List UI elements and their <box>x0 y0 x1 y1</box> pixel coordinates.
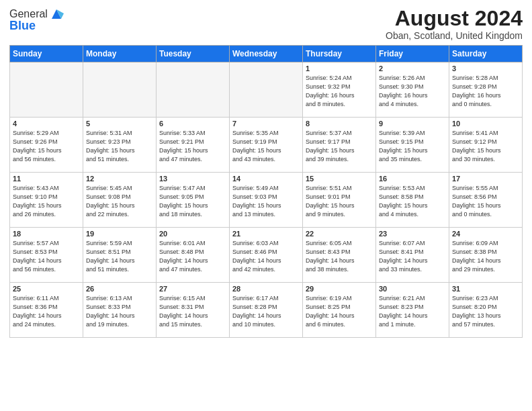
day-number: 11 <box>13 175 80 183</box>
day-number: 30 <box>379 285 446 293</box>
day-number: 22 <box>306 230 373 238</box>
calendar-table: SundayMondayTuesdayWednesdayThursdayFrid… <box>9 45 523 338</box>
day-info: Sunrise: 5:35 AM Sunset: 9:19 PM Dayligh… <box>232 129 300 164</box>
logo-icon <box>49 7 64 21</box>
calendar-cell: 31Sunrise: 6:23 AM Sunset: 8:20 PM Dayli… <box>449 283 523 338</box>
day-info: Sunrise: 5:49 AM Sunset: 9:03 PM Dayligh… <box>232 184 300 219</box>
calendar-week-row: 4Sunrise: 5:29 AM Sunset: 9:26 PM Daylig… <box>10 118 523 173</box>
day-info: Sunrise: 6:01 AM Sunset: 8:48 PM Dayligh… <box>159 239 226 274</box>
page: General Blue August 2024 Oban, Scotland,… <box>0 0 532 411</box>
calendar-cell: 30Sunrise: 6:21 AM Sunset: 8:23 PM Dayli… <box>376 283 449 338</box>
day-number: 7 <box>232 120 300 128</box>
calendar-cell <box>83 62 157 118</box>
calendar-cell <box>157 62 230 118</box>
calendar-cell: 26Sunrise: 6:13 AM Sunset: 8:33 PM Dayli… <box>83 283 157 338</box>
day-number: 24 <box>452 230 519 238</box>
day-info: Sunrise: 5:59 AM Sunset: 8:51 PM Dayligh… <box>86 239 153 274</box>
day-info: Sunrise: 5:47 AM Sunset: 9:05 PM Dayligh… <box>159 184 226 219</box>
calendar-cell: 14Sunrise: 5:49 AM Sunset: 9:03 PM Dayli… <box>230 173 303 228</box>
day-number: 6 <box>159 120 226 128</box>
calendar-cell: 11Sunrise: 5:43 AM Sunset: 9:10 PM Dayli… <box>10 173 83 228</box>
calendar-cell: 6Sunrise: 5:33 AM Sunset: 9:21 PM Daylig… <box>157 118 230 173</box>
calendar-cell: 27Sunrise: 6:15 AM Sunset: 8:31 PM Dayli… <box>157 283 230 338</box>
day-number: 31 <box>452 285 519 293</box>
calendar-cell: 7Sunrise: 5:35 AM Sunset: 9:19 PM Daylig… <box>230 118 303 173</box>
day-info: Sunrise: 6:19 AM Sunset: 8:25 PM Dayligh… <box>306 294 373 329</box>
calendar-cell: 15Sunrise: 5:51 AM Sunset: 9:01 PM Dayli… <box>303 173 376 228</box>
day-number: 28 <box>232 285 300 293</box>
day-number: 21 <box>232 230 300 238</box>
day-info: Sunrise: 5:37 AM Sunset: 9:17 PM Dayligh… <box>306 129 373 164</box>
day-number: 14 <box>232 175 300 183</box>
day-info: Sunrise: 5:33 AM Sunset: 9:21 PM Dayligh… <box>159 129 226 164</box>
calendar-header-sunday: Sunday <box>10 46 83 62</box>
calendar-cell: 17Sunrise: 5:55 AM Sunset: 8:56 PM Dayli… <box>449 173 523 228</box>
day-info: Sunrise: 6:13 AM Sunset: 8:33 PM Dayligh… <box>86 294 153 329</box>
day-number: 23 <box>379 230 446 238</box>
calendar-cell: 9Sunrise: 5:39 AM Sunset: 9:15 PM Daylig… <box>376 118 449 173</box>
day-info: Sunrise: 6:03 AM Sunset: 8:46 PM Dayligh… <box>232 239 300 274</box>
calendar-header-tuesday: Tuesday <box>157 46 230 62</box>
day-info: Sunrise: 6:05 AM Sunset: 8:43 PM Dayligh… <box>306 239 373 274</box>
logo-blue-text: Blue <box>9 19 36 33</box>
day-info: Sunrise: 5:57 AM Sunset: 8:53 PM Dayligh… <box>13 239 80 274</box>
day-info: Sunrise: 5:24 AM Sunset: 9:32 PM Dayligh… <box>306 74 373 109</box>
month-year-title: August 2024 <box>386 7 523 30</box>
day-number: 18 <box>13 230 80 238</box>
day-number: 9 <box>379 120 446 128</box>
day-number: 26 <box>86 285 153 293</box>
day-number: 4 <box>13 120 80 128</box>
day-info: Sunrise: 6:21 AM Sunset: 8:23 PM Dayligh… <box>379 294 446 329</box>
day-number: 20 <box>159 230 226 238</box>
day-number: 10 <box>452 120 519 128</box>
day-info: Sunrise: 6:15 AM Sunset: 8:31 PM Dayligh… <box>159 294 226 329</box>
calendar-week-row: 11Sunrise: 5:43 AM Sunset: 9:10 PM Dayli… <box>10 173 523 228</box>
title-block: August 2024 Oban, Scotland, United Kingd… <box>386 7 523 41</box>
day-info: Sunrise: 6:07 AM Sunset: 8:41 PM Dayligh… <box>379 239 446 274</box>
day-number: 3 <box>452 64 519 73</box>
day-info: Sunrise: 6:09 AM Sunset: 8:38 PM Dayligh… <box>452 239 519 274</box>
calendar-cell: 13Sunrise: 5:47 AM Sunset: 9:05 PM Dayli… <box>157 173 230 228</box>
day-info: Sunrise: 5:55 AM Sunset: 8:56 PM Dayligh… <box>452 184 519 219</box>
calendar-header-thursday: Thursday <box>303 46 376 62</box>
calendar-cell <box>230 62 303 118</box>
day-number: 17 <box>452 175 519 183</box>
day-number: 5 <box>86 120 153 128</box>
calendar-cell: 21Sunrise: 6:03 AM Sunset: 8:46 PM Dayli… <box>230 228 303 283</box>
day-info: Sunrise: 5:39 AM Sunset: 9:15 PM Dayligh… <box>379 129 446 164</box>
calendar-header-row: SundayMondayTuesdayWednesdayThursdayFrid… <box>10 46 523 62</box>
calendar-header-friday: Friday <box>376 46 449 62</box>
calendar-cell: 10Sunrise: 5:41 AM Sunset: 9:12 PM Dayli… <box>449 118 523 173</box>
day-number: 27 <box>159 285 226 293</box>
day-number: 25 <box>13 285 80 293</box>
calendar-header-saturday: Saturday <box>449 46 523 62</box>
calendar-cell: 29Sunrise: 6:19 AM Sunset: 8:25 PM Dayli… <box>303 283 376 338</box>
day-number: 2 <box>379 64 446 73</box>
calendar-cell: 3Sunrise: 5:28 AM Sunset: 9:28 PM Daylig… <box>449 62 523 118</box>
day-info: Sunrise: 6:23 AM Sunset: 8:20 PM Dayligh… <box>452 294 519 329</box>
calendar-header-wednesday: Wednesday <box>230 46 303 62</box>
calendar-cell: 1Sunrise: 5:24 AM Sunset: 9:32 PM Daylig… <box>303 62 376 118</box>
day-info: Sunrise: 5:51 AM Sunset: 9:01 PM Dayligh… <box>306 184 373 219</box>
day-number: 12 <box>86 175 153 183</box>
calendar-cell: 24Sunrise: 6:09 AM Sunset: 8:38 PM Dayli… <box>449 228 523 283</box>
calendar-cell: 18Sunrise: 5:57 AM Sunset: 8:53 PM Dayli… <box>10 228 83 283</box>
calendar-cell: 20Sunrise: 6:01 AM Sunset: 8:48 PM Dayli… <box>157 228 230 283</box>
calendar-cell: 2Sunrise: 5:26 AM Sunset: 9:30 PM Daylig… <box>376 62 449 118</box>
calendar-cell <box>10 62 83 118</box>
calendar-cell: 25Sunrise: 6:11 AM Sunset: 8:36 PM Dayli… <box>10 283 83 338</box>
calendar-cell: 28Sunrise: 6:17 AM Sunset: 8:28 PM Dayli… <box>230 283 303 338</box>
day-number: 13 <box>159 175 226 183</box>
calendar-cell: 12Sunrise: 5:45 AM Sunset: 9:08 PM Dayli… <box>83 173 157 228</box>
day-info: Sunrise: 5:31 AM Sunset: 9:23 PM Dayligh… <box>86 129 153 164</box>
day-info: Sunrise: 5:53 AM Sunset: 8:58 PM Dayligh… <box>379 184 446 219</box>
calendar-cell: 5Sunrise: 5:31 AM Sunset: 9:23 PM Daylig… <box>83 118 157 173</box>
calendar-week-row: 18Sunrise: 5:57 AM Sunset: 8:53 PM Dayli… <box>10 228 523 283</box>
day-info: Sunrise: 6:17 AM Sunset: 8:28 PM Dayligh… <box>232 294 300 329</box>
calendar-cell: 8Sunrise: 5:37 AM Sunset: 9:17 PM Daylig… <box>303 118 376 173</box>
day-info: Sunrise: 5:41 AM Sunset: 9:12 PM Dayligh… <box>452 129 519 164</box>
calendar-cell: 23Sunrise: 6:07 AM Sunset: 8:41 PM Dayli… <box>376 228 449 283</box>
calendar-week-row: 1Sunrise: 5:24 AM Sunset: 9:32 PM Daylig… <box>10 62 523 118</box>
day-number: 19 <box>86 230 153 238</box>
calendar-cell: 16Sunrise: 5:53 AM Sunset: 8:58 PM Dayli… <box>376 173 449 228</box>
